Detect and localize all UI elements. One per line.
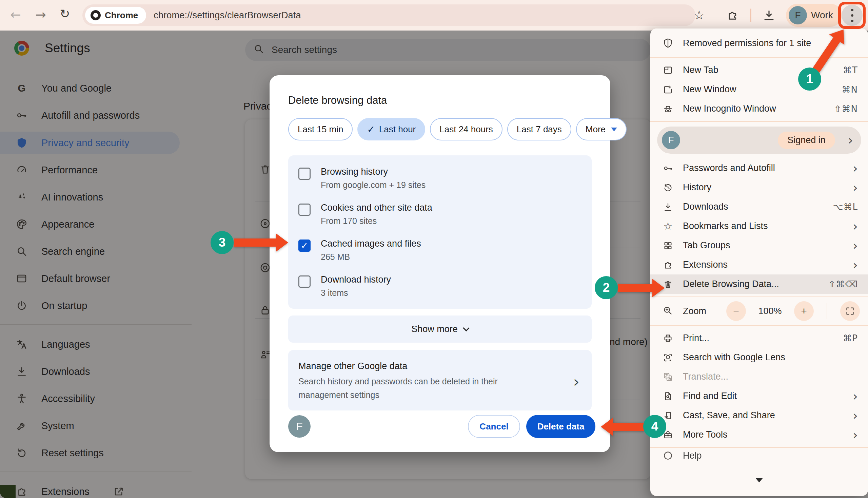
translate-icon (663, 372, 673, 382)
new-tab-icon (663, 65, 673, 75)
menu-item-translate: Translate... (650, 367, 868, 386)
menu-item-new-window[interactable]: New Window ⌘N (650, 80, 868, 99)
menu-item-signed-in[interactable]: F Signed in › (657, 127, 861, 154)
chevron-right-icon: › (848, 133, 853, 147)
menu-item-passwords-autofill[interactable]: Passwords and Autofill › (650, 158, 868, 178)
chevron-down-icon (463, 325, 470, 331)
chevron-right-icon: › (853, 162, 858, 175)
browser-toolbar: ← → ↻ Chrome chrome://settings/clearBrow… (0, 0, 868, 30)
menu-item-new-incognito-window[interactable]: New Incognito Window ⇧⌘N (650, 99, 868, 118)
cached-images-checkbox[interactable]: ✓ (298, 239, 310, 252)
menu-item-tab-groups[interactable]: Tab Groups › (650, 236, 868, 255)
fullscreen-button[interactable] (840, 301, 860, 321)
chevron-right-icon: › (853, 181, 858, 194)
history-clock-icon (663, 183, 673, 193)
download-icon (663, 202, 673, 212)
chip-last-15-min[interactable]: Last 15 min (288, 118, 352, 141)
downloads-toolbar-icon[interactable] (762, 0, 776, 30)
chip-last-7-days[interactable]: Last 7 days (507, 118, 571, 141)
step4-badge: 4 (643, 415, 666, 438)
chevron-right-icon: › (853, 390, 858, 403)
chevron-right-icon: › (853, 239, 858, 252)
row-download-history: Download history3 items (288, 268, 592, 304)
dialog-avatar: F (288, 415, 310, 437)
cast-save-share-icon (663, 410, 673, 421)
menu-item-print[interactable]: Print... ⌘P (650, 328, 868, 348)
dialog-title: Delete browsing data (288, 75, 592, 106)
cookies-checkbox[interactable] (298, 204, 310, 216)
menu-item-delete-browsing-data[interactable]: Delete Browsing Data... ⇧⌘⌫ (650, 274, 868, 294)
menu-item-help-partial[interactable]: Help (650, 450, 868, 461)
zoom-out-button[interactable]: − (726, 301, 746, 321)
step1-badge: 1 (798, 67, 821, 91)
show-more-button[interactable]: Show more (288, 315, 592, 343)
cancel-button[interactable]: Cancel (468, 415, 520, 438)
signed-in-badge: Signed in (778, 132, 835, 149)
address-bar[interactable]: Chrome chrome://settings/clearBrowserDat… (82, 4, 695, 26)
menu-item-history[interactable]: History › (650, 178, 868, 197)
browsing-history-checkbox[interactable] (298, 168, 310, 180)
manage-other-google-data[interactable]: Manage other Google data Search history … (288, 350, 592, 410)
menu-item-cast-save-share[interactable]: Cast, Save, and Share › (650, 406, 868, 425)
google-lens-icon (663, 353, 673, 363)
chevron-right-icon: › (853, 259, 858, 271)
zoom-in-button[interactable]: + (794, 301, 814, 321)
menu-item-find-and-edit[interactable]: Find and Edit › (650, 386, 868, 406)
delete-browsing-data-dialog: Delete browsing data Last 15 min ✓Last h… (269, 75, 610, 452)
menu-item-downloads[interactable]: Downloads ⌥⌘L (650, 197, 868, 217)
find-document-icon (663, 391, 673, 401)
bookmark-star-icon[interactable]: ☆ (692, 0, 707, 30)
star-icon: ☆ (663, 220, 673, 232)
time-range-chips: Last 15 min ✓Last hour Last 24 hours Las… (288, 118, 592, 141)
zoom-in-icon (663, 305, 673, 317)
incognito-icon (663, 104, 673, 114)
step3-arrow (234, 233, 288, 252)
download-history-checkbox[interactable] (298, 275, 310, 288)
delete-data-button[interactable]: Delete data (526, 415, 596, 438)
forward-button[interactable]: → (35, 8, 46, 21)
key-icon (663, 163, 673, 173)
chrome-mono-icon (91, 10, 101, 21)
chip-more-dropdown[interactable]: More (576, 118, 627, 141)
menu-item-bookmarks-lists[interactable]: ☆ Bookmarks and Lists › (650, 217, 868, 236)
zoom-value: 100% (756, 306, 785, 316)
menu-item-zoom: Zoom − 100% + (650, 300, 868, 322)
profile-chip[interactable]: F Work (786, 4, 842, 27)
row-browsing-history: Browsing historyFrom google.com + 19 sit… (288, 160, 592, 196)
chrome-site-chip[interactable]: Chrome (85, 7, 146, 24)
menu-divider (650, 297, 868, 297)
printer-icon (663, 333, 673, 343)
menu-item-google-lens[interactable]: Search with Google Lens (650, 348, 868, 367)
grid-icon (663, 240, 673, 251)
chrome-main-menu: Removed permissions for 1 site New Tab ⌘… (650, 28, 868, 496)
url-text: chrome://settings/clearBrowserData (153, 10, 301, 21)
toolbar-separator (750, 0, 751, 30)
step4-arrow (601, 418, 644, 436)
row-cached-images: ✓ Cached images and files265 MB (288, 232, 592, 268)
menu-avatar: F (662, 131, 680, 149)
row-cookies: Cookies and other site dataFrom 170 site… (288, 196, 592, 232)
chevron-down-icon (611, 128, 617, 131)
menu-divider (650, 325, 868, 326)
chevron-right-icon: › (573, 372, 579, 391)
help-icon (663, 450, 673, 461)
reload-button[interactable]: ↻ (60, 8, 70, 20)
menu-scroll-down-indicator[interactable] (756, 478, 763, 482)
puzzle-icon (663, 260, 673, 270)
chip-last-hour[interactable]: ✓Last hour (357, 118, 425, 141)
data-type-list: Browsing historyFrom google.com + 19 sit… (288, 155, 592, 309)
extensions-puzzle-icon[interactable] (725, 0, 740, 30)
step2-badge: 2 (595, 276, 618, 299)
profile-avatar: F (789, 6, 807, 24)
menu-item-new-tab[interactable]: New Tab ⌘T (650, 61, 868, 80)
profile-name: Work (811, 10, 833, 21)
menu-item-more-tools[interactable]: More Tools › (650, 425, 868, 444)
back-button[interactable]: ← (10, 8, 21, 21)
menu-item-extensions[interactable]: Extensions › (650, 255, 868, 274)
chip-last-24-hours[interactable]: Last 24 hours (430, 118, 503, 141)
shield-check-icon (663, 38, 673, 48)
chevron-right-icon: › (853, 409, 858, 422)
menu-divider (650, 121, 868, 122)
dialog-footer: F Cancel Delete data (288, 415, 596, 438)
chevron-right-icon: › (853, 220, 858, 233)
